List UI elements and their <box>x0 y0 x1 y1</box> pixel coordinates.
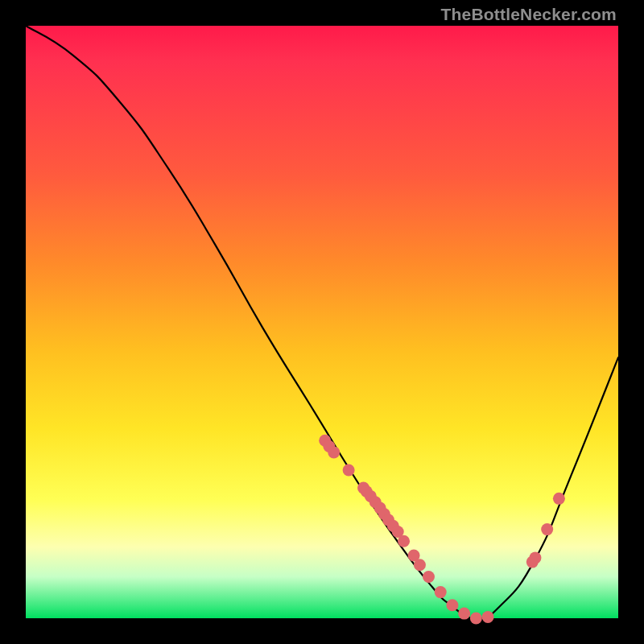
watermark-text: TheBottleNecker.com <box>440 5 617 24</box>
sample-point <box>328 446 340 458</box>
chart-stage: TheBottleNecker.com <box>0 0 644 644</box>
sample-points-group <box>319 435 565 625</box>
sample-point <box>553 493 565 505</box>
sample-point <box>482 611 494 623</box>
chart-plot-area <box>26 26 618 618</box>
sample-point <box>423 571 435 583</box>
sample-point <box>541 523 553 535</box>
sample-point <box>343 464 355 477</box>
sample-point <box>446 599 458 611</box>
chart-svg-layer <box>26 26 618 618</box>
sample-point <box>458 608 470 620</box>
sample-point <box>529 551 541 564</box>
sample-point <box>414 559 426 571</box>
bottleneck-curve <box>26 26 618 618</box>
sample-point <box>470 613 482 625</box>
sample-point <box>435 586 447 598</box>
sample-point <box>398 535 410 547</box>
